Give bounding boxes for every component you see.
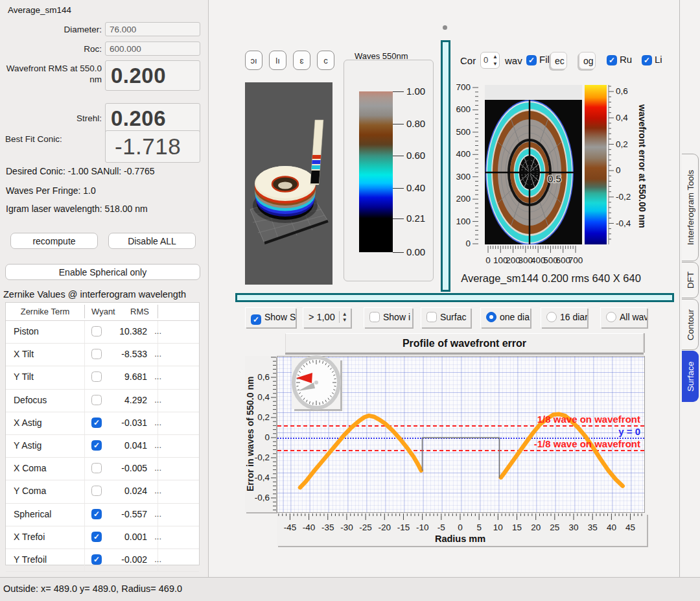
horizontal-splitter-handle[interactable] [235,293,674,302]
zernike-enable-checkbox[interactable] [91,463,102,473]
zernike-enable-checkbox[interactable] [91,509,102,519]
profile-annotation: -1/8 wave on wavefront [534,438,640,449]
one-diameter-radio-panel[interactable]: one dia [480,307,530,327]
zernike-table-row: Defocus 4.292 ... [6,390,199,412]
zernike-value-ellipsis: ... [154,486,161,495]
zernike-value-ellipsis: ... [154,349,161,359]
zernike-enable-checkbox[interactable] [91,326,102,336]
zernike-table-row: Spherical -0.557 ... [6,504,199,526]
disable-all-button[interactable]: Disable ALL [108,233,196,249]
surface-checkbox[interactable] [426,312,437,322]
contour-plot[interactable]: 0.5 [485,85,582,244]
desired-conic-line: Desired Conic: -1.00 SANull: -0.7765 [6,166,155,176]
sixteen-diameters-radio-panel[interactable]: 16 diar [541,307,587,327]
zernike-enable-checkbox[interactable] [91,554,102,565]
tab-dft[interactable]: DFT [682,262,699,298]
colorbar-ruler [608,85,614,244]
fill-checkbox[interactable] [526,55,537,65]
roc-field[interactable]: 600.000 [105,41,200,56]
zernike-value-ellipsis: ... [154,418,161,427]
contour-y-axis-labels: 7006005004003002001000 [446,85,471,244]
zernike-term-label: Y Astig [14,440,41,451]
rms-display: 0.200 [105,60,200,91]
igram-wavelength-line: Igram laser wavelength: 518.00 nm [6,204,148,214]
zernike-enable-checkbox[interactable] [91,395,102,405]
zernike-table: Zernike Term Wyant RMS Piston 10.382 ...… [5,302,200,565]
zernike-enable-checkbox[interactable] [91,532,102,542]
best-fit-conic-label: Best Fit Conic: [5,134,83,145]
show-s-checkbox[interactable] [251,314,261,325]
show-s-checkbox-panel[interactable]: Show S [245,307,296,327]
zernike-values-title: Zernike Values @ interferogram wavelengt… [3,289,186,300]
zernike-value: 0.024 [102,486,147,496]
show-i-checkbox-panel[interactable]: Show i [364,307,412,327]
zernike-value: -0.557 [102,509,147,519]
contour-og-button[interactable]: og [579,52,596,69]
zernike-table-row: Y Trefoil -0.002 ... [6,549,199,572]
waves-per-fringe-line: Waves Per Fringe: 1.0 [6,185,96,196]
waves-scale-gradient [359,91,393,252]
rulers-checkbox-row: Ru [607,54,632,65]
tab-interferogram-tools[interactable]: Interferogram Tools [682,154,699,261]
surface-toolbar-button-1[interactable]: ɔı [245,51,262,70]
contour-steps-spinbox[interactable]: 0 ▲▼ [480,52,500,69]
zernike-enable-checkbox[interactable] [91,418,102,428]
sixteen-diameters-radio[interactable] [546,312,557,322]
spinbox-arrows-icon[interactable]: ▲▼ [493,53,498,67]
show-i-checkbox[interactable] [369,312,380,322]
profile-x-ruler [277,513,644,521]
tab-contour[interactable]: Contour [682,299,699,350]
roc-label: Roc: [3,44,102,54]
threshold-spin-arrows-icon[interactable]: ▲▼ [339,311,347,323]
profile-annotation: 1/8 wave on wavefront [537,414,640,425]
status-bar-text: Outside: x= 489.0 y= 489.0, Radius= 469.… [3,583,182,594]
surface-toolbar-button-3[interactable]: ɛ [293,51,310,70]
contour-ec-button[interactable]: ec [550,52,567,69]
profile-y-axis-panel: Error in waves of 550.0 nm 0,60,40,20-0,… [245,356,276,512]
fill-checkbox-row: Fil [526,54,550,65]
zernike-value-ellipsis: ... [154,554,161,564]
zernike-value-ellipsis: ... [154,371,161,381]
zernike-enable-checkbox[interactable] [91,371,102,382]
zernike-rows: Piston 10.382 ... X Tilt -8.533 ... Y Ti… [6,321,199,572]
tab-surface[interactable]: Surface [682,351,699,402]
zernike-table-row: X Tilt -8.533 ... [6,344,199,366]
profile-dial-gauge[interactable] [290,354,345,411]
profile-x-axis-panel: -45-40-35-30-25-20-15-10-505101520253035… [277,513,647,546]
zernike-table-row: X Astig -0.031 ... [6,412,199,435]
all-waves-radio[interactable] [606,312,616,322]
left-panel: Average_sm144 Diameter: 76.000 Roc: 600.… [0,0,209,577]
zernike-value-ellipsis: ... [154,532,161,541]
diameter-field[interactable]: 76.000 [105,22,200,36]
zernike-table-header: Zernike Term Wyant RMS [6,303,199,321]
zernike-value: 0.041 [102,440,147,451]
zernike-enable-checkbox[interactable] [91,349,102,359]
zernike-term-label: Defocus [14,395,47,405]
zernike-table-row: Piston 10.382 ... [6,321,199,344]
surface-3d-view[interactable] [245,82,332,285]
status-bar: Outside: x= 489.0 y= 489.0, Radius= 469.… [0,577,700,601]
rms-label: Wavefront RMS at 550.0 nm [3,63,102,85]
splitter-dot [443,25,447,30]
zernike-value: -0.005 [102,463,147,473]
threshold-spinbox-panel[interactable]: > 1,00▲▼ [303,307,351,327]
recompute-button[interactable]: recompute [10,233,98,249]
wavefront-name-label: Average_sm144 [8,5,71,15]
enable-spherical-only-button[interactable]: Enable Spherical only [5,264,200,280]
zernike-enable-checkbox[interactable] [91,440,102,451]
one-diameter-radio[interactable] [486,312,496,322]
surface-toolbar-button-2[interactable]: lı [269,51,286,70]
surface-toolbar-button-4[interactable]: c [317,51,334,70]
zernike-value-ellipsis: ... [154,395,161,405]
all-waves-radio-panel[interactable]: All wav [600,307,647,327]
zernike-enable-checkbox[interactable] [91,486,102,496]
zernike-term-header: Zernike Term [6,307,84,316]
zernike-value: 9.681 [102,371,147,382]
zernike-value: -0.031 [102,418,147,428]
tabstrip-divider [679,0,680,577]
lines-checkbox[interactable] [642,55,652,65]
zernike-term-label: Y Coma [14,486,46,496]
surface-checkbox-panel[interactable]: Surfac [421,307,471,327]
rulers-checkbox[interactable] [607,55,617,65]
zernike-value: 0.001 [102,532,147,542]
